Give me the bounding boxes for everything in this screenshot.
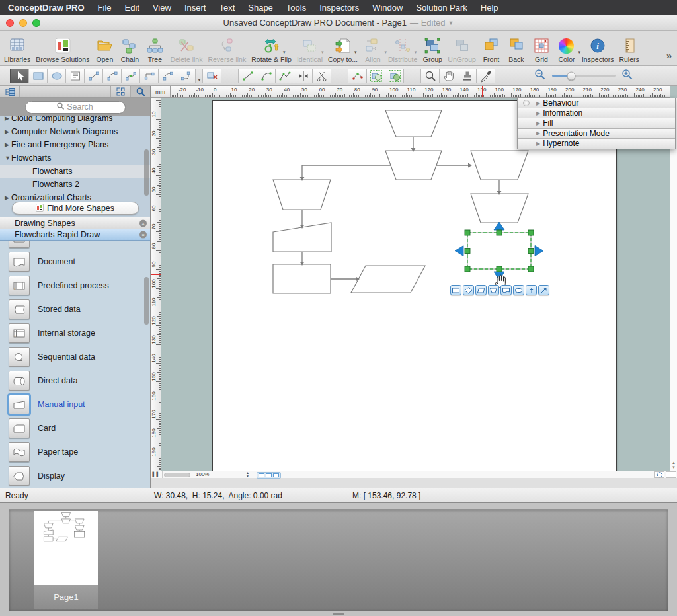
back-button[interactable]: Back: [504, 36, 529, 63]
selected-shape[interactable]: [467, 233, 531, 269]
rapid-draw-elbow-arrow-button[interactable]: [526, 285, 537, 295]
browse-solutions-button[interactable]: Browse Solutions: [33, 36, 92, 63]
zoom-stepper[interactable]: ▲▼: [246, 471, 249, 478]
inspector-section-hypernote[interactable]: ▶Hypernote: [518, 139, 675, 149]
selection-handle[interactable]: [528, 266, 534, 272]
direct-data-shape-icon[interactable]: [9, 371, 30, 391]
stamp-tool-button[interactable]: [458, 69, 477, 83]
sidebar-item-flowcharts[interactable]: ▼Flowcharts: [0, 151, 150, 165]
ruler-units-box[interactable]: mm: [151, 86, 171, 98]
conn-arc-tool-button[interactable]: [102, 69, 122, 83]
menu-inspectors[interactable]: Inspectors: [313, 3, 366, 13]
zoom-tool-tool-button[interactable]: [420, 69, 440, 83]
flowchart-shape-data[interactable]: [351, 266, 425, 293]
stored-data-shape-icon[interactable]: [9, 299, 30, 319]
copy-to-button[interactable]: ▾Copy to...: [325, 36, 360, 63]
sequential-data-shape-icon[interactable]: [9, 347, 30, 367]
panel-resize-grip[interactable]: [333, 613, 344, 615]
inspector-section-behaviour[interactable]: ▶Behaviour: [518, 98, 675, 108]
scissors-tool-button[interactable]: [312, 69, 331, 83]
page-view-button[interactable]: [259, 473, 264, 478]
reshape-tool-button[interactable]: [348, 69, 367, 83]
ellipse-tool-tool-button[interactable]: [47, 69, 66, 83]
ungroup-button[interactable]: UnGroup: [445, 36, 479, 63]
zoom-slider[interactable]: [552, 75, 616, 77]
selection-handle[interactable]: [465, 230, 470, 235]
zoom-in-icon[interactable]: [621, 69, 633, 83]
vertical-scrollbar[interactable]: ▲▼: [670, 98, 677, 471]
library-section-flowcharts-rapid-draw[interactable]: Flowcharts Rapid Draw×: [0, 229, 150, 241]
menu-file[interactable]: File: [91, 3, 118, 13]
flowchart-shape-manual-operation[interactable]: [385, 110, 442, 137]
app-menu[interactable]: ConceptDraw PRO: [7, 3, 91, 13]
disclosure-triangle-icon[interactable]: ▶: [0, 141, 11, 148]
selection-handle[interactable]: [497, 266, 502, 272]
flowchart-shape-process[interactable]: [273, 264, 331, 293]
card-shape-icon[interactable]: [9, 241, 30, 248]
title-chevron-icon[interactable]: ▼: [448, 20, 454, 26]
flowchart-shape-manual-operation[interactable]: [385, 151, 442, 180]
shape-item-card[interactable]: Card: [0, 416, 150, 440]
shape-item-paper-tape[interactable]: Paper tape: [0, 440, 150, 464]
disclosure-triangle-icon[interactable]: ▶: [536, 120, 540, 126]
card-shape-icon[interactable]: [9, 418, 30, 438]
sidebar-item-flowcharts[interactable]: Flowcharts: [0, 165, 150, 178]
library-section-drawing-shapes[interactable]: Drawing Shapes×: [0, 217, 150, 229]
shape-item-partial[interactable]: [0, 241, 150, 250]
disclosure-triangle-icon[interactable]: ▶: [0, 116, 11, 122]
shape-item-direct-data[interactable]: Direct data: [0, 369, 150, 393]
text-tool-tool-button[interactable]: [65, 69, 85, 83]
rect-tool-tool-button[interactable]: [28, 69, 48, 83]
rapid-draw-terminator-button[interactable]: [513, 285, 524, 295]
grid-button[interactable]: Grid: [529, 36, 554, 63]
reverse-link-button[interactable]: Reverse link: [205, 36, 249, 63]
disclosure-triangle-icon[interactable]: ▶: [0, 194, 11, 200]
scroll-arrows[interactable]: ▲▼: [670, 461, 677, 469]
selection-handle[interactable]: [465, 266, 470, 272]
sidebar-item-cloud-computing-diagrams[interactable]: ▶Cloud Computing Diagrams: [0, 116, 150, 125]
menu-view[interactable]: View: [146, 3, 178, 13]
identical-button[interactable]: ▾Identical: [294, 36, 325, 63]
selection-handle[interactable]: [528, 249, 534, 254]
horizontal-scrollbar-thumb[interactable]: [164, 473, 190, 477]
document-shape-icon[interactable]: [9, 252, 30, 272]
page-options-button[interactable]: [666, 471, 676, 478]
selection-handle[interactable]: [497, 230, 502, 235]
color-button[interactable]: ▾Color: [554, 36, 579, 63]
flowchart-shape-manual-operation[interactable]: [471, 194, 528, 223]
rapid-draw-document-button[interactable]: [500, 285, 512, 295]
shape-item-document[interactable]: Document: [0, 250, 150, 274]
rapid-draw-arrow-right[interactable]: [535, 246, 543, 256]
pointer-tool-button[interactable]: [10, 69, 29, 83]
predefined-process-shape-icon[interactable]: [9, 276, 30, 295]
tree-view-button[interactable]: [0, 86, 20, 97]
arc-tool-button[interactable]: [257, 69, 276, 83]
page-thumbnail[interactable]: Page1: [34, 511, 98, 609]
split-tool-button[interactable]: [294, 69, 313, 83]
shape-item-sequential-data[interactable]: Sequential data: [0, 345, 150, 369]
conn-bezier-tool-button[interactable]: [121, 69, 140, 83]
sidebar-item-computer-network-diagrams[interactable]: ▶Computer Network Diagrams: [0, 125, 150, 138]
tree-button[interactable]: Tree: [142, 36, 167, 63]
rapid-draw-rect-button[interactable]: [450, 285, 461, 295]
minimize-button[interactable]: [19, 19, 27, 27]
page-view-button[interactable]: [266, 473, 272, 478]
shape-subtract-tool-button[interactable]: [385, 69, 404, 83]
line-tool-button[interactable]: [238, 69, 257, 83]
rapid-draw-trapezoid-button[interactable]: [488, 285, 499, 295]
rotate-flip-button[interactable]: ▾Rotate & Flip: [249, 36, 294, 63]
align-button[interactable]: ▾Align: [360, 36, 385, 63]
menu-text[interactable]: Text: [212, 3, 241, 13]
flowchart-shape-manual-operation[interactable]: [273, 180, 331, 210]
sidebar-item-fire-and-emergency-plans[interactable]: ▶Fire and Emergency Plans: [0, 138, 150, 151]
pan-tool-button[interactable]: [439, 69, 458, 83]
shape-union-tool-button[interactable]: [366, 69, 385, 83]
disclosure-triangle-icon[interactable]: ▶: [536, 141, 540, 147]
close-icon[interactable]: ×: [139, 231, 147, 239]
menu-edit[interactable]: Edit: [118, 3, 146, 13]
toolbar-overflow-chevron[interactable]: »: [666, 50, 672, 61]
menu-shape[interactable]: Shape: [241, 3, 280, 13]
sidebar-item-flowcharts-2[interactable]: Flowcharts 2: [0, 178, 150, 191]
rapid-draw-arrow-top[interactable]: [494, 222, 504, 230]
shape-item-manual-input[interactable]: Manual input: [0, 393, 150, 416]
